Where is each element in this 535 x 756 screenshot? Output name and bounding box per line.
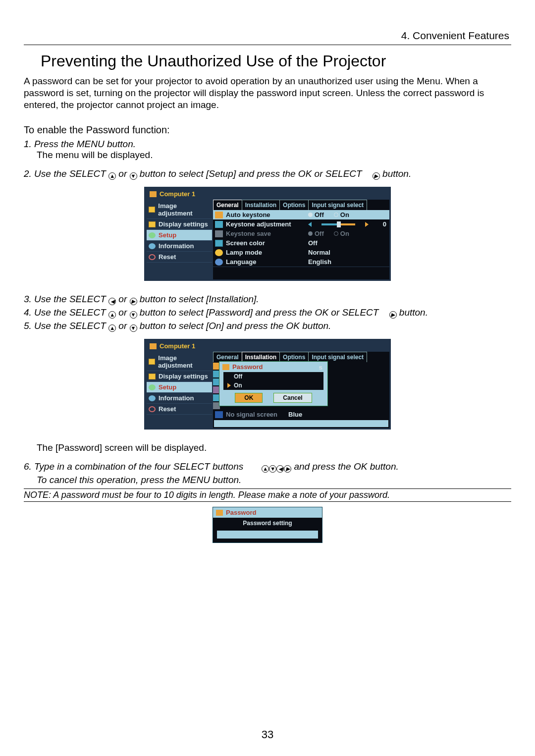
down-icon: ▼ <box>130 311 137 319</box>
display-icon <box>149 221 156 227</box>
sidebar-item-display-settings[interactable]: Display settings <box>147 371 212 382</box>
tab-input-signal-select[interactable]: Input signal select <box>308 352 367 362</box>
row-language[interactable]: Language English <box>213 257 389 267</box>
sidebar-item-reset[interactable]: Reset <box>147 252 212 263</box>
tab-installation[interactable]: Installation <box>242 352 280 362</box>
sidebar-item-information[interactable]: Information <box>147 241 212 252</box>
step-1: 1. Press the MENU button. <box>24 139 511 150</box>
tab-options[interactable]: Options <box>279 200 309 210</box>
image-icon <box>149 359 155 365</box>
step-6-sub: To cancel this operation, press the MENU… <box>37 475 511 486</box>
lock-icon <box>216 510 223 516</box>
page-number: 33 <box>0 728 535 741</box>
up-icon: ▲ <box>108 311 116 319</box>
tab-options[interactable]: Options <box>279 352 309 362</box>
sidebar-item-setup[interactable]: Setup <box>147 230 212 241</box>
slider-left-icon <box>308 222 312 227</box>
sidebar-item-display-settings[interactable]: Display settings <box>147 219 212 230</box>
step-3: 3. Use the SELECT ◀ or ▶ button to selec… <box>24 294 511 305</box>
radio-off[interactable]: Off <box>308 211 324 218</box>
up-icon: ▲ <box>262 465 269 473</box>
step-2: 2. Use the SELECT ▲ or ▼ button to selec… <box>24 168 511 180</box>
lock-icon <box>222 364 229 370</box>
keystone-icon <box>215 221 223 228</box>
step-4: 4. Use the SELECT ▲ or ▼ button to selec… <box>24 307 511 319</box>
up-icon: ▲ <box>108 172 116 180</box>
up-icon: ▲ <box>108 324 116 332</box>
step-6: 6. Type in a combination of the four SEL… <box>24 461 511 473</box>
osd-footer-highlight <box>214 420 388 427</box>
monitor-icon <box>150 343 157 349</box>
radio-on-dim: On <box>334 230 349 237</box>
tab-installation[interactable]: Installation <box>242 200 280 210</box>
reset-icon <box>149 406 156 412</box>
osd-title: Computer 1 <box>146 188 389 200</box>
ok-button[interactable]: OK <box>235 393 263 403</box>
tab-general[interactable]: General <box>213 200 242 210</box>
down-icon: ▼ <box>269 465 276 473</box>
sidebar-item-image-adjustment[interactable]: Image adjustment <box>147 201 212 219</box>
password-screen-text: The [Password] screen will be displayed. <box>37 442 511 453</box>
row-screen-color[interactable]: Screen color Off <box>213 238 389 248</box>
osd-menu-setup: Computer 1 Image adjustment Display sett… <box>144 187 391 281</box>
right-icon: ▶ <box>284 465 291 473</box>
image-icon <box>149 207 155 213</box>
left-icon: ◀ <box>276 465 284 473</box>
down-icon: ▼ <box>130 172 137 180</box>
selected-arrow-icon <box>227 383 231 388</box>
display-icon <box>149 374 156 379</box>
lamp-icon <box>215 249 223 256</box>
radio-on[interactable]: On <box>334 211 349 218</box>
right-icon: ▶ <box>389 311 397 319</box>
step-5: 5. Use the SELECT ▲ or ▼ button to selec… <box>24 321 511 332</box>
page-title: Preventing the Unauthorized Use of the P… <box>41 52 511 70</box>
osd-footer <box>213 267 389 279</box>
tab-general[interactable]: General <box>213 352 242 362</box>
nosignal-icon <box>215 411 223 418</box>
sidebar-item-setup[interactable]: Setup <box>147 382 212 393</box>
row-keystone-adjustment[interactable]: Keystone adjustment 0 <box>213 219 389 229</box>
row-no-signal-screen[interactable]: No signal screen Blue <box>213 410 389 419</box>
left-icon: ◀ <box>108 298 116 305</box>
language-icon <box>215 259 223 266</box>
right-icon: ▶ <box>130 298 137 305</box>
setup-icon <box>149 384 156 390</box>
reset-icon <box>149 254 156 260</box>
enable-heading: To enable the Password function: <box>24 124 511 136</box>
setup-icon <box>149 232 156 238</box>
intro-paragraph: A password can be set for your projector… <box>24 75 511 110</box>
monitor-icon <box>150 191 157 197</box>
password-setting-label: Password setting <box>213 518 322 529</box>
osd-menu-password: Computer 1 Image adjustment Display sett… <box>144 339 391 430</box>
keystone-slider[interactable]: 0 <box>308 220 386 228</box>
popup-option-on[interactable]: On <box>223 381 323 390</box>
screen-icon <box>215 240 223 247</box>
popup-option-off[interactable]: Off <box>223 372 323 381</box>
info-icon <box>149 395 156 401</box>
sidebar-item-image-adjustment[interactable]: Image adjustment <box>147 353 212 371</box>
sidebar-item-reset[interactable]: Reset <box>147 404 212 415</box>
slider-right-icon <box>365 222 369 227</box>
cancel-button[interactable]: Cancel <box>273 393 312 403</box>
down-icon: ▼ <box>130 324 137 332</box>
auto-keystone-icon <box>215 212 223 218</box>
sidebar-item-information[interactable]: Information <box>147 393 212 404</box>
divider <box>24 45 511 45</box>
save-icon <box>215 230 223 237</box>
info-icon <box>149 243 156 249</box>
tab-input-signal-select[interactable]: Input signal select <box>308 200 367 210</box>
osd-title: Computer 1 <box>146 340 389 352</box>
password-setting-dialog: Password Password setting <box>213 507 322 543</box>
row-auto-keystone[interactable]: Auto keystone Off On <box>213 210 389 219</box>
note: NOTE: A password must be four to 10 digi… <box>24 488 511 502</box>
step-1-sub: The menu will be displayed. <box>37 150 511 161</box>
popup-s-label: s <box>319 364 322 371</box>
breadcrumb: 4. Convenient Features <box>24 30 511 42</box>
row-keystone-save: Keystone save Off On <box>213 229 389 238</box>
password-input[interactable] <box>217 531 318 539</box>
password-popup: Password s Off On OK Cancel <box>219 361 328 406</box>
right-icon: ▶ <box>373 172 380 180</box>
row-lamp-mode[interactable]: Lamp mode Normal <box>213 248 389 257</box>
radio-off-dim: Off <box>308 230 324 237</box>
